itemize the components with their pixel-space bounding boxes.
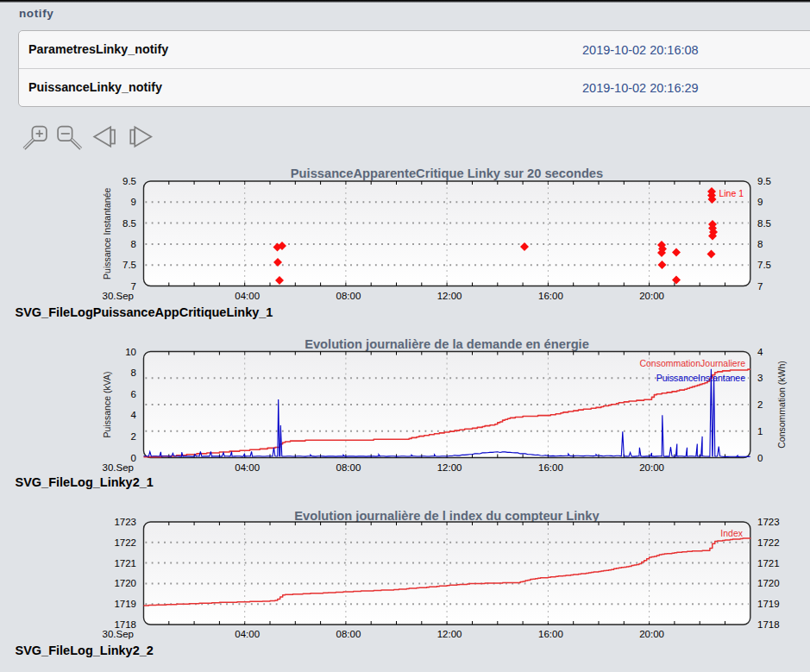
svg-text:1721: 1721 bbox=[757, 558, 780, 568]
svg-text:9: 9 bbox=[757, 197, 763, 207]
svg-text:1718: 1718 bbox=[757, 619, 780, 630]
svg-text:9.5: 9.5 bbox=[122, 176, 136, 186]
svg-text:1722: 1722 bbox=[114, 537, 136, 548]
svg-text:8.5: 8.5 bbox=[757, 218, 771, 229]
svg-text:Evolution journalière de l ind: Evolution journalière de l index du comp… bbox=[294, 509, 600, 523]
svg-text:6: 6 bbox=[131, 389, 136, 399]
svg-text:7.5: 7.5 bbox=[757, 260, 771, 270]
svg-text:04:00: 04:00 bbox=[235, 462, 260, 473]
svg-text:Index: Index bbox=[720, 528, 743, 538]
svg-text:30.Sep: 30.Sep bbox=[103, 291, 134, 301]
svg-text:PuissanceInstantanee: PuissanceInstantanee bbox=[656, 373, 745, 383]
svg-text:30.Sep: 30.Sep bbox=[103, 462, 134, 473]
svg-text:7.5: 7.5 bbox=[122, 260, 136, 270]
svg-text:ConsommationJournaliere: ConsommationJournaliere bbox=[639, 358, 745, 368]
svg-text:1720: 1720 bbox=[757, 578, 780, 588]
svg-text:16:00: 16:00 bbox=[538, 462, 563, 473]
svg-text:1721: 1721 bbox=[114, 558, 136, 568]
svg-text:Puissance Instantanée: Puissance Instantanée bbox=[102, 188, 112, 279]
svg-text:0: 0 bbox=[757, 453, 763, 463]
svg-text:08:00: 08:00 bbox=[336, 291, 361, 301]
svg-text:8.5: 8.5 bbox=[122, 218, 136, 229]
svg-text:20:00: 20:00 bbox=[639, 629, 664, 639]
svg-text:4: 4 bbox=[131, 410, 137, 420]
svg-text:8: 8 bbox=[757, 239, 763, 249]
svg-text:1: 1 bbox=[757, 426, 763, 436]
svg-text:08:00: 08:00 bbox=[336, 462, 361, 473]
svg-text:8: 8 bbox=[131, 367, 136, 378]
svg-text:SVG_FileLog_Linky2_1: SVG_FileLog_Linky2_1 bbox=[16, 475, 154, 489]
svg-text:1722: 1722 bbox=[757, 537, 780, 548]
svg-text:30.Sep: 30.Sep bbox=[103, 629, 134, 639]
svg-text:1719: 1719 bbox=[757, 599, 780, 609]
svg-text:16:00: 16:00 bbox=[538, 629, 563, 639]
svg-text:9.5: 9.5 bbox=[757, 176, 771, 186]
svg-text:Evolution journalière de la de: Evolution journalière de la demande en é… bbox=[305, 337, 589, 351]
svg-text:Puissance (kVA): Puissance (kVA) bbox=[102, 372, 112, 438]
svg-text:PuissanceApparenteCritique Lin: PuissanceApparenteCritique Linky sur 20 … bbox=[291, 166, 603, 180]
svg-text:12:00: 12:00 bbox=[437, 462, 462, 473]
svg-text:10: 10 bbox=[125, 347, 136, 357]
svg-text:1719: 1719 bbox=[114, 599, 136, 609]
svg-text:SVG_FileLog_Linky2_2: SVG_FileLog_Linky2_2 bbox=[16, 644, 154, 657]
svg-text:2: 2 bbox=[757, 399, 763, 410]
svg-text:Line 1: Line 1 bbox=[719, 188, 744, 198]
svg-text:20:00: 20:00 bbox=[639, 462, 664, 473]
svg-text:3: 3 bbox=[757, 373, 763, 383]
svg-text:04:00: 04:00 bbox=[235, 291, 260, 301]
svg-text:20:00: 20:00 bbox=[639, 291, 664, 301]
svg-text:1723: 1723 bbox=[757, 517, 780, 527]
svg-text:08:00: 08:00 bbox=[336, 629, 361, 639]
svg-text:1720: 1720 bbox=[114, 578, 136, 588]
svg-text:SVG_FileLogPuissanceAppCritiqu: SVG_FileLogPuissanceAppCritiqueLinky_1 bbox=[16, 305, 273, 319]
svg-text:12:00: 12:00 bbox=[437, 629, 462, 639]
svg-text:Consommation (kWh): Consommation (kWh) bbox=[776, 361, 787, 449]
svg-text:4: 4 bbox=[757, 347, 763, 357]
svg-text:2: 2 bbox=[131, 431, 136, 442]
svg-text:7: 7 bbox=[757, 281, 763, 292]
svg-text:9: 9 bbox=[131, 197, 136, 207]
svg-text:16:00: 16:00 bbox=[538, 291, 563, 301]
svg-text:1723: 1723 bbox=[114, 517, 136, 527]
svg-text:12:00: 12:00 bbox=[437, 291, 462, 301]
svg-text:04:00: 04:00 bbox=[235, 629, 260, 639]
svg-text:8: 8 bbox=[131, 239, 136, 249]
